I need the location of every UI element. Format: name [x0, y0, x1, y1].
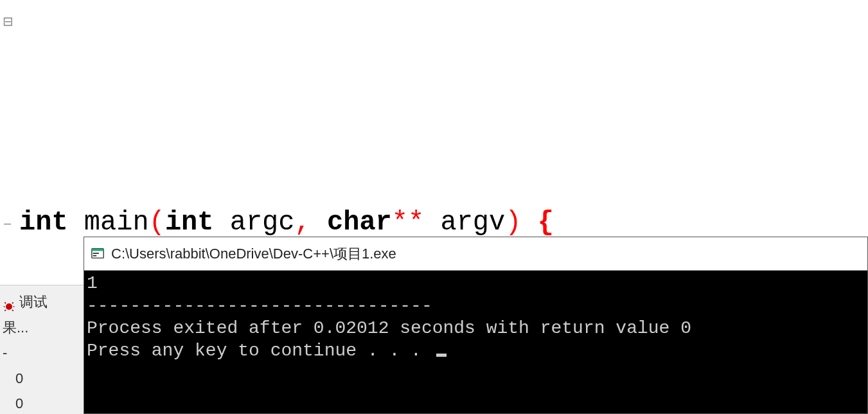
output-press-key: Press any key to continue . . . — [87, 341, 432, 361]
fold-open-icon[interactable]: ⊟ — [3, 12, 13, 31]
svg-rect-4 — [93, 255, 97, 256]
svg-rect-3 — [93, 253, 99, 254]
panel-text: 果... — [3, 315, 81, 341]
fold-close-icon: – — [4, 213, 11, 233]
panel-text: 0 — [3, 366, 81, 392]
svg-rect-2 — [92, 248, 103, 251]
output-separator: -------------------------------- — [87, 296, 432, 316]
debug-tab[interactable]: 调试 — [3, 289, 81, 315]
console-app-icon — [91, 247, 105, 261]
cursor-icon — [436, 354, 447, 357]
bottom-panel: 调试 果... - 0 0 — [0, 285, 84, 414]
console-title-text: C:\Users\rabbit\OneDrive\Dev-C++\项目1.exe — [111, 244, 396, 264]
bug-icon — [3, 296, 15, 309]
panel-text: 0 — [3, 391, 81, 414]
output-line: 1 — [87, 273, 98, 293]
svg-point-0 — [6, 303, 12, 310]
console-output[interactable]: 1 -------------------------------- Proce… — [84, 271, 867, 413]
keyword-int: int — [19, 207, 68, 238]
panel-text: - — [3, 340, 81, 366]
debug-tab-label: 调试 — [19, 289, 48, 315]
console-window[interactable]: C:\Users\rabbit\OneDrive\Dev-C++\项目1.exe… — [84, 237, 868, 414]
console-titlebar[interactable]: C:\Users\rabbit\OneDrive\Dev-C++\项目1.exe — [84, 237, 867, 271]
output-process-line: Process exited after 0.02012 seconds wit… — [87, 318, 691, 338]
